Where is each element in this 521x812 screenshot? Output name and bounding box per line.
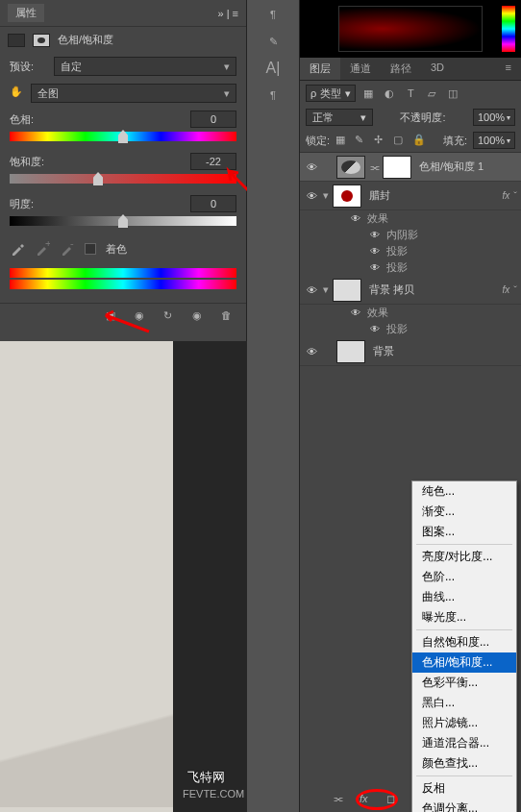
- visibility-icon[interactable]: 👁: [304, 284, 319, 296]
- menu-item[interactable]: 照片滤镜...: [412, 713, 516, 733]
- visibility-icon[interactable]: 👁: [304, 346, 319, 357]
- paragraph-icon[interactable]: ¶: [259, 2, 287, 27]
- adjustment-thumb[interactable]: [336, 156, 365, 179]
- trash-icon[interactable]: 🗑: [221, 309, 240, 325]
- menu-item[interactable]: 色相/饱和度...: [412, 652, 516, 673]
- eyedropper-icon[interactable]: [10, 241, 25, 257]
- lock-paint-icon[interactable]: ✎: [355, 134, 368, 147]
- menu-item[interactable]: 颜色查找...: [412, 753, 516, 774]
- view-prev-icon[interactable]: ◉: [135, 309, 154, 325]
- layer-name[interactable]: 背景 拷贝: [365, 283, 499, 297]
- eyedropper-plus-icon[interactable]: +: [35, 241, 50, 257]
- tab-paths[interactable]: 路径: [381, 58, 421, 80]
- layer-name[interactable]: 腊封: [365, 188, 499, 203]
- fx-inner-shadow[interactable]: 👁内阴影: [300, 227, 521, 243]
- fx-drop-shadow-2[interactable]: 👁投影: [300, 259, 521, 276]
- layer-thumb[interactable]: [336, 340, 365, 363]
- filter-adj-icon[interactable]: ◐: [381, 86, 398, 101]
- paragraph-panel-icon[interactable]: ¶: [259, 83, 287, 108]
- lock-pos-icon[interactable]: ✢: [374, 134, 387, 147]
- colorize-label: 着色: [106, 242, 127, 257]
- layer-name[interactable]: 色相/饱和度 1: [415, 160, 517, 174]
- menu-item[interactable]: 色阶...: [412, 567, 516, 587]
- panel-footer: ▣ ◉ ↻ ◉ 🗑: [0, 303, 246, 331]
- panel-header: 属性 » | ≡: [0, 0, 246, 27]
- filter-pixel-icon[interactable]: ▦: [360, 86, 377, 101]
- svg-text:-: -: [70, 241, 74, 249]
- colorize-checkbox[interactable]: [85, 243, 96, 255]
- layer-thumb[interactable]: [333, 185, 361, 208]
- menu-item[interactable]: 反相: [412, 778, 516, 799]
- filter-shape-icon[interactable]: ▱: [423, 86, 440, 101]
- reset-icon[interactable]: ↻: [163, 309, 183, 325]
- menu-item[interactable]: 图案...: [412, 522, 516, 542]
- menu-item[interactable]: 通道混合器...: [412, 733, 516, 753]
- hue-slider[interactable]: [10, 132, 236, 141]
- tab-3d[interactable]: 3D: [421, 58, 454, 80]
- expand-icon[interactable]: ▾: [323, 189, 329, 202]
- saturation-slider[interactable]: [10, 174, 236, 184]
- visibility-icon[interactable]: ◉: [192, 309, 211, 325]
- layer-name[interactable]: 背景: [369, 344, 517, 358]
- menu-item[interactable]: 色调分离...: [412, 799, 516, 812]
- collapse-icon[interactable]: » | ≡: [217, 8, 238, 19]
- fx-menu-icon[interactable]: fx: [360, 793, 379, 808]
- panel-title[interactable]: 属性: [8, 4, 44, 22]
- link-icon[interactable]: ⫘: [369, 161, 379, 173]
- opacity-label: 不透明度:: [400, 111, 445, 125]
- mask-thumb[interactable]: [383, 156, 411, 179]
- filter-type-select[interactable]: ρ 类型: [306, 85, 356, 102]
- eyedropper-minus-icon[interactable]: -: [60, 241, 75, 257]
- tab-channels[interactable]: 通道: [340, 58, 381, 80]
- fx-badge[interactable]: fx: [503, 284, 510, 295]
- menu-item[interactable]: 黑白...: [412, 693, 516, 713]
- lightness-slider[interactable]: [10, 216, 236, 226]
- lock-trans-icon[interactable]: ▦: [335, 134, 349, 147]
- fx-expand-icon[interactable]: ˇ: [513, 190, 517, 202]
- range-select[interactable]: 全图: [31, 84, 236, 103]
- lock-all-icon[interactable]: 🔒: [412, 134, 426, 147]
- visibility-icon[interactable]: 👁: [304, 161, 319, 173]
- clip-icon[interactable]: ▣: [106, 309, 125, 325]
- menu-item[interactable]: 纯色...: [412, 481, 516, 502]
- character-icon[interactable]: A|: [259, 56, 287, 81]
- visibility-icon[interactable]: 👁: [304, 190, 319, 202]
- brush-icon[interactable]: ✎: [259, 29, 287, 54]
- layer-thumb[interactable]: [333, 279, 361, 302]
- filter-smart-icon[interactable]: ◫: [444, 86, 461, 101]
- layer-bg-copy[interactable]: 👁 ▾ 背景 拷贝 fx ˇ: [300, 276, 521, 305]
- expand-icon[interactable]: ▾: [323, 283, 329, 296]
- menu-item[interactable]: 色彩平衡...: [412, 673, 516, 693]
- preset-select[interactable]: 自定: [54, 57, 236, 76]
- saturation-input[interactable]: [190, 153, 236, 170]
- menu-item[interactable]: 曝光度...: [412, 607, 516, 627]
- menu-item[interactable]: 自然饱和度...: [412, 632, 516, 652]
- filter-type-icon[interactable]: T: [402, 86, 419, 101]
- color-field[interactable]: [338, 6, 483, 52]
- layer-list: 👁 ⫘ 色相/饱和度 1 👁 ▾ 腊封 fx ˇ 👁效果 👁内阴影 👁投影 👁投…: [300, 152, 521, 366]
- fx-expand-icon[interactable]: ˇ: [513, 284, 517, 296]
- layer-hue-sat[interactable]: 👁 ⫘ 色相/饱和度 1: [300, 153, 521, 182]
- menu-item[interactable]: 亮度/对比度...: [412, 547, 516, 567]
- menu-item[interactable]: 渐变...: [412, 502, 516, 522]
- vertical-toolbar: ¶ ✎ A| ¶: [247, 0, 300, 812]
- layer-wax[interactable]: 👁 ▾ 腊封 fx ˇ: [300, 182, 521, 210]
- lock-art-icon[interactable]: ▢: [393, 134, 407, 147]
- opacity-input[interactable]: 100%: [473, 109, 515, 126]
- menu-item[interactable]: 曲线...: [412, 587, 516, 607]
- fx-badge[interactable]: fx: [503, 190, 510, 201]
- panel-menu-icon[interactable]: ≡: [496, 58, 521, 80]
- mask-add-icon[interactable]: ◻: [386, 793, 406, 808]
- hand-icon[interactable]: ✋: [10, 86, 25, 101]
- preset-row: 预设: 自定: [0, 53, 246, 80]
- fx-drop-shadow-1[interactable]: 👁投影: [300, 243, 521, 259]
- layer-bg[interactable]: 👁 背景: [300, 337, 521, 366]
- blend-mode-select[interactable]: 正常: [306, 109, 373, 126]
- hue-strip[interactable]: [502, 6, 515, 52]
- hue-input[interactable]: [190, 111, 236, 128]
- fx-drop-shadow-3[interactable]: 👁投影: [300, 321, 521, 337]
- tab-layers[interactable]: 图层: [300, 58, 340, 80]
- fill-input[interactable]: 100%: [473, 132, 515, 149]
- lightness-input[interactable]: [190, 195, 236, 212]
- link-layers-icon[interactable]: ⫘: [333, 793, 352, 808]
